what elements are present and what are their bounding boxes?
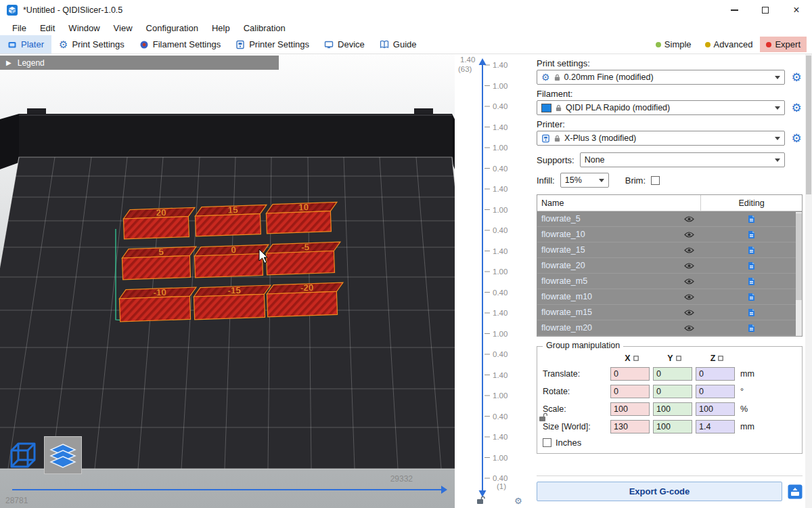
filament-combo[interactable]: QIDI PLA Rapido (modified) bbox=[537, 100, 785, 115]
model-object[interactable]: 5 bbox=[122, 246, 198, 280]
eye-icon[interactable] bbox=[684, 278, 694, 285]
translate-z-input[interactable]: 0 bbox=[696, 367, 735, 381]
object-name[interactable]: flowrate_15 bbox=[537, 245, 677, 255]
print-settings-combo[interactable]: ⚙ 0.20mm Fine (modified) bbox=[537, 70, 785, 85]
object-list-row[interactable]: flowrate_m15 bbox=[537, 305, 802, 320]
scale-z-input[interactable]: 100 bbox=[696, 402, 735, 416]
slider-track[interactable] bbox=[12, 489, 441, 490]
legend-expand-icon[interactable]: ▶ bbox=[6, 59, 12, 66]
edit-settings-icon[interactable] bbox=[747, 215, 755, 224]
layer-slider-top-handle[interactable] bbox=[479, 58, 487, 65]
layer-slider-lock-icon[interactable] bbox=[477, 496, 484, 504]
scale-x-input[interactable]: 100 bbox=[610, 402, 650, 416]
menu-calibration[interactable]: Calibration bbox=[237, 22, 292, 35]
send-to-printer-icon[interactable] bbox=[788, 484, 803, 499]
model-object[interactable]: 15 bbox=[195, 204, 267, 236]
export-gcode-button[interactable]: Export G-code bbox=[537, 482, 782, 501]
edit-settings-icon[interactable] bbox=[747, 277, 755, 286]
object-list-row[interactable]: flowrate_m20 bbox=[537, 320, 802, 336]
model-object[interactable]: -5 bbox=[266, 241, 342, 275]
eye-icon[interactable] bbox=[684, 215, 694, 223]
edit-settings-icon[interactable] bbox=[747, 261, 755, 270]
size-z-input[interactable]: 1.4 bbox=[696, 420, 735, 433]
model-object[interactable]: 0 bbox=[194, 244, 270, 278]
edit-settings-icon[interactable] bbox=[747, 293, 755, 301]
object-list-row[interactable]: flowrate_5 bbox=[537, 211, 802, 227]
mode-expert[interactable]: Expert bbox=[760, 37, 807, 52]
rotate-z-input[interactable]: 0 bbox=[696, 385, 735, 398]
scale-y-input[interactable]: 100 bbox=[653, 402, 692, 416]
editor-view-button[interactable] bbox=[4, 436, 42, 474]
brim-checkbox[interactable] bbox=[651, 176, 660, 185]
scrollbar-thumb[interactable] bbox=[796, 213, 802, 300]
rotate-y-input[interactable]: 0 bbox=[653, 385, 692, 398]
edit-settings-icon[interactable] bbox=[747, 230, 755, 239]
eye-icon[interactable] bbox=[684, 262, 694, 270]
size-x-input[interactable]: 130 bbox=[610, 420, 650, 433]
supports-select[interactable]: None bbox=[580, 152, 785, 167]
menu-edit[interactable]: Edit bbox=[33, 22, 62, 35]
menu-file[interactable]: File bbox=[5, 22, 33, 35]
preview-view-button[interactable] bbox=[44, 436, 82, 474]
slider-arrow-icon[interactable] bbox=[441, 486, 447, 494]
viewport-3d[interactable]: 20151050-5-10-15-20 ▶ Legend bbox=[0, 54, 455, 508]
translate-y-input[interactable]: 0 bbox=[653, 367, 692, 381]
mode-simple[interactable]: Simple bbox=[650, 37, 698, 52]
model-object[interactable]: -10 bbox=[119, 287, 198, 322]
menu-help[interactable]: Help bbox=[205, 22, 237, 35]
eye-icon[interactable] bbox=[684, 247, 694, 254]
eye-icon[interactable] bbox=[684, 324, 694, 332]
tab-plater[interactable]: Plater bbox=[0, 35, 51, 54]
object-list-row[interactable]: flowrate_m5 bbox=[537, 274, 802, 289]
eye-icon[interactable] bbox=[684, 309, 694, 316]
minimize-button[interactable] bbox=[719, 0, 750, 20]
horizontal-move-slider[interactable]: 29332 28781 bbox=[0, 474, 455, 508]
eye-icon[interactable] bbox=[684, 293, 694, 301]
tab-filament-settings[interactable]: Filament Settings bbox=[132, 35, 228, 54]
object-name[interactable]: flowrate_20 bbox=[537, 261, 677, 270]
translate-x-input[interactable]: 0 bbox=[610, 367, 650, 381]
eye-icon[interactable] bbox=[684, 231, 694, 238]
tab-device[interactable]: Device bbox=[317, 35, 372, 54]
object-name[interactable]: flowrate_m5 bbox=[537, 276, 677, 286]
print-settings-gear-button[interactable]: ⚙ bbox=[790, 72, 803, 83]
mode-advanced[interactable]: Advanced bbox=[699, 37, 759, 52]
filament-gear-button[interactable]: ⚙ bbox=[790, 102, 803, 114]
model-object[interactable]: -15 bbox=[194, 284, 272, 320]
tab-guide[interactable]: Guide bbox=[372, 35, 424, 54]
object-name[interactable]: flowrate_5 bbox=[537, 214, 677, 224]
tab-print-settings[interactable]: ⚙ Print Settings bbox=[51, 35, 132, 54]
menu-window[interactable]: Window bbox=[62, 22, 106, 35]
printer-gear-button[interactable]: ⚙ bbox=[790, 133, 803, 144]
model-object[interactable]: -20 bbox=[267, 282, 344, 317]
object-list-row[interactable]: flowrate_10 bbox=[537, 227, 802, 242]
printer-combo[interactable]: X-Plus 3 (modified) bbox=[537, 131, 785, 146]
object-list-row[interactable]: flowrate_m10 bbox=[537, 289, 802, 305]
tab-printer-settings[interactable]: Printer Settings bbox=[228, 35, 317, 54]
uniform-scale-lock-icon[interactable] bbox=[539, 412, 547, 422]
legend-bar[interactable]: ▶ Legend bbox=[0, 56, 279, 70]
object-list-row[interactable]: flowrate_20 bbox=[537, 258, 802, 274]
model-object[interactable]: 10 bbox=[266, 201, 338, 234]
panel-scrollbar[interactable] bbox=[805, 54, 812, 508]
object-name[interactable]: flowrate_m15 bbox=[537, 308, 677, 317]
object-list-scrollbar[interactable] bbox=[796, 212, 802, 336]
object-name[interactable]: flowrate_m10 bbox=[537, 292, 677, 301]
model-object[interactable]: 20 bbox=[123, 207, 196, 239]
layer-slider-gear-icon[interactable]: ⚙ bbox=[514, 496, 522, 506]
inches-checkbox[interactable] bbox=[543, 438, 551, 447]
rotate-x-input[interactable]: 0 bbox=[610, 385, 650, 398]
infill-select[interactable]: 15% bbox=[560, 173, 609, 188]
edit-settings-icon[interactable] bbox=[747, 246, 755, 255]
close-button[interactable]: × bbox=[781, 0, 812, 20]
menu-view[interactable]: View bbox=[107, 22, 139, 35]
size-y-input[interactable]: 100 bbox=[653, 420, 692, 433]
object-list-row[interactable]: flowrate_15 bbox=[537, 242, 802, 258]
maximize-button[interactable] bbox=[750, 0, 781, 20]
scrollbar-thumb[interactable] bbox=[806, 56, 811, 194]
object-name[interactable]: flowrate_10 bbox=[537, 230, 677, 239]
menu-configuration[interactable]: Configuration bbox=[139, 22, 205, 35]
object-name[interactable]: flowrate_m20 bbox=[537, 323, 677, 333]
edit-settings-icon[interactable] bbox=[747, 324, 755, 333]
edit-settings-icon[interactable] bbox=[747, 308, 755, 317]
